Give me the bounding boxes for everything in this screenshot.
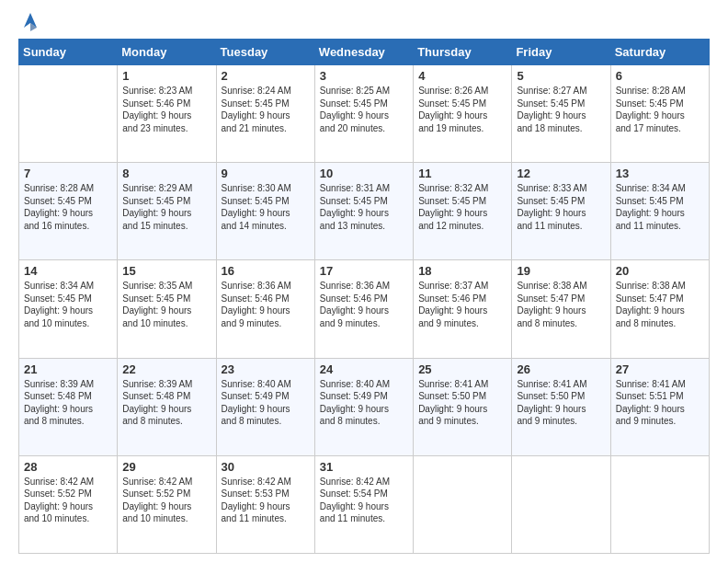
day-number: 26 [517,362,605,376]
day-number: 19 [517,264,605,278]
day-header-sunday: Sunday [19,40,118,65]
calendar-cell: 30Sunrise: 8:42 AM Sunset: 5:53 PM Dayli… [216,455,314,553]
day-number: 25 [418,362,506,376]
cell-info: Sunrise: 8:28 AM Sunset: 5:45 PM Dayligh… [24,182,112,232]
week-row-1: 1Sunrise: 8:23 AM Sunset: 5:46 PM Daylig… [19,65,710,163]
page: SundayMondayTuesdayWednesdayThursdayFrid… [0,0,728,563]
day-number: 21 [24,362,112,376]
week-row-2: 7Sunrise: 8:28 AM Sunset: 5:45 PM Daylig… [19,163,710,260]
calendar-cell: 9Sunrise: 8:30 AM Sunset: 5:45 PM Daylig… [216,163,314,260]
calendar-cell [610,455,709,553]
cell-info: Sunrise: 8:31 AM Sunset: 5:45 PM Dayligh… [320,182,408,232]
calendar-cell: 10Sunrise: 8:31 AM Sunset: 5:45 PM Dayli… [314,163,413,260]
cell-info: Sunrise: 8:42 AM Sunset: 5:52 PM Dayligh… [122,476,210,525]
day-number: 12 [517,167,605,180]
day-number: 7 [24,167,112,180]
cell-info: Sunrise: 8:38 AM Sunset: 5:47 PM Dayligh… [517,280,605,329]
calendar-cell: 16Sunrise: 8:36 AM Sunset: 5:46 PM Dayli… [216,260,314,358]
cell-info: Sunrise: 8:39 AM Sunset: 5:48 PM Dayligh… [24,378,112,428]
calendar-cell: 26Sunrise: 8:41 AM Sunset: 5:50 PM Dayli… [512,358,610,455]
day-number: 6 [616,69,704,83]
day-number: 18 [418,264,506,278]
day-number: 15 [122,264,210,278]
calendar-cell: 7Sunrise: 8:28 AM Sunset: 5:45 PM Daylig… [19,163,118,260]
cell-info: Sunrise: 8:25 AM Sunset: 5:45 PM Dayligh… [320,85,408,134]
cell-info: Sunrise: 8:24 AM Sunset: 5:45 PM Dayligh… [222,85,310,134]
calendar-cell [512,455,610,553]
day-number: 9 [222,167,310,180]
calendar-cell: 23Sunrise: 8:40 AM Sunset: 5:49 PM Dayli… [216,358,314,455]
calendar-cell: 21Sunrise: 8:39 AM Sunset: 5:48 PM Dayli… [19,358,118,455]
day-number: 13 [616,167,704,180]
day-number: 22 [122,362,210,376]
calendar-cell: 14Sunrise: 8:34 AM Sunset: 5:45 PM Dayli… [19,260,118,358]
calendar-cell: 27Sunrise: 8:41 AM Sunset: 5:51 PM Dayli… [610,358,709,455]
calendar-cell: 20Sunrise: 8:38 AM Sunset: 5:47 PM Dayli… [610,260,709,358]
day-number: 4 [418,69,506,83]
day-number: 5 [517,69,605,83]
cell-info: Sunrise: 8:41 AM Sunset: 5:50 PM Dayligh… [517,378,605,428]
logo-text [18,17,40,31]
cell-info: Sunrise: 8:38 AM Sunset: 5:47 PM Dayligh… [616,280,704,329]
cell-info: Sunrise: 8:40 AM Sunset: 5:49 PM Dayligh… [222,378,310,428]
cell-info: Sunrise: 8:23 AM Sunset: 5:46 PM Dayligh… [122,85,210,134]
cell-info: Sunrise: 8:28 AM Sunset: 5:45 PM Dayligh… [616,85,704,134]
cell-info: Sunrise: 8:36 AM Sunset: 5:46 PM Dayligh… [320,280,408,329]
day-number: 10 [320,167,408,180]
day-number: 24 [320,362,408,376]
day-number: 17 [320,264,408,278]
cell-info: Sunrise: 8:34 AM Sunset: 5:45 PM Dayligh… [616,182,704,232]
cell-info: Sunrise: 8:37 AM Sunset: 5:46 PM Dayligh… [418,280,506,329]
cell-info: Sunrise: 8:42 AM Sunset: 5:52 PM Dayligh… [24,476,112,525]
day-number: 23 [222,362,310,376]
day-number: 31 [320,460,408,474]
calendar-cell: 4Sunrise: 8:26 AM Sunset: 5:45 PM Daylig… [414,65,512,163]
day-number: 16 [222,264,310,278]
calendar-cell: 25Sunrise: 8:41 AM Sunset: 5:50 PM Dayli… [414,358,512,455]
cell-info: Sunrise: 8:27 AM Sunset: 5:45 PM Dayligh… [517,85,605,134]
calendar-cell [414,455,512,553]
cell-info: Sunrise: 8:41 AM Sunset: 5:51 PM Dayligh… [616,378,704,428]
cell-info: Sunrise: 8:30 AM Sunset: 5:45 PM Dayligh… [222,182,310,232]
day-header-monday: Monday [118,40,216,65]
calendar-table: SundayMondayTuesdayWednesdayThursdayFrid… [18,39,710,554]
day-header-saturday: Saturday [610,40,709,65]
calendar-cell: 15Sunrise: 8:35 AM Sunset: 5:45 PM Dayli… [118,260,216,358]
calendar-cell: 31Sunrise: 8:42 AM Sunset: 5:54 PM Dayli… [314,455,413,553]
calendar-cell [19,65,118,163]
calendar-cell: 18Sunrise: 8:37 AM Sunset: 5:46 PM Dayli… [414,260,512,358]
cell-info: Sunrise: 8:34 AM Sunset: 5:45 PM Dayligh… [24,280,112,329]
week-row-3: 14Sunrise: 8:34 AM Sunset: 5:45 PM Dayli… [19,260,710,358]
day-number: 27 [616,362,704,376]
cell-info: Sunrise: 8:40 AM Sunset: 5:49 PM Dayligh… [320,378,408,428]
header-row: SundayMondayTuesdayWednesdayThursdayFrid… [19,40,710,65]
calendar-cell: 22Sunrise: 8:39 AM Sunset: 5:48 PM Dayli… [118,358,216,455]
day-number: 28 [24,460,112,474]
day-header-tuesday: Tuesday [216,40,314,65]
calendar-cell: 29Sunrise: 8:42 AM Sunset: 5:52 PM Dayli… [118,455,216,553]
day-number: 1 [122,69,210,83]
calendar-cell: 17Sunrise: 8:36 AM Sunset: 5:46 PM Dayli… [314,260,413,358]
week-row-4: 21Sunrise: 8:39 AM Sunset: 5:48 PM Dayli… [19,358,710,455]
cell-info: Sunrise: 8:36 AM Sunset: 5:46 PM Dayligh… [222,280,310,329]
cell-info: Sunrise: 8:33 AM Sunset: 5:45 PM Dayligh… [517,182,605,232]
day-number: 2 [222,69,310,83]
day-number: 30 [222,460,310,474]
calendar-cell: 24Sunrise: 8:40 AM Sunset: 5:49 PM Dayli… [314,358,413,455]
cell-info: Sunrise: 8:42 AM Sunset: 5:53 PM Dayligh… [222,476,310,525]
cell-info: Sunrise: 8:42 AM Sunset: 5:54 PM Dayligh… [320,476,408,525]
day-number: 29 [122,460,210,474]
day-header-friday: Friday [512,40,610,65]
day-number: 20 [616,264,704,278]
logo [18,17,40,31]
calendar-cell: 12Sunrise: 8:33 AM Sunset: 5:45 PM Dayli… [512,163,610,260]
calendar-cell: 5Sunrise: 8:27 AM Sunset: 5:45 PM Daylig… [512,65,610,163]
calendar-cell: 19Sunrise: 8:38 AM Sunset: 5:47 PM Dayli… [512,260,610,358]
day-number: 8 [122,167,210,180]
day-header-wednesday: Wednesday [314,40,413,65]
day-number: 14 [24,264,112,278]
day-number: 3 [320,69,408,83]
cell-info: Sunrise: 8:29 AM Sunset: 5:45 PM Dayligh… [122,182,210,232]
cell-info: Sunrise: 8:41 AM Sunset: 5:50 PM Dayligh… [418,378,506,428]
calendar-cell: 3Sunrise: 8:25 AM Sunset: 5:45 PM Daylig… [314,65,413,163]
